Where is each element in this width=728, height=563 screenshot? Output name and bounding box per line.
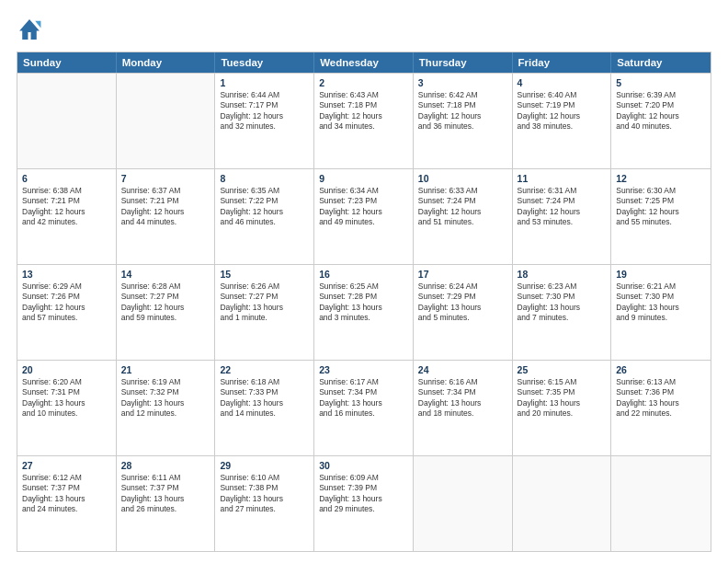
cal-cell-day-13: 13Sunrise: 6:29 AMSunset: 7:26 PMDayligh… [17,265,117,360]
cell-line: Daylight: 12 hours [616,207,706,217]
cal-cell-day-24: 24Sunrise: 6:16 AMSunset: 7:34 PMDayligh… [414,361,513,455]
day-number: 13 [22,269,111,280]
cal-cell-day-28: 28Sunrise: 6:11 AMSunset: 7:37 PMDayligh… [117,456,216,551]
cell-line: Daylight: 13 hours [616,398,706,408]
cal-cell-day-12: 12Sunrise: 6:30 AMSunset: 7:25 PMDayligh… [611,169,711,264]
cell-line: Daylight: 13 hours [616,303,706,313]
cell-line: Sunrise: 6:11 AM [121,473,210,483]
cell-line: Sunrise: 6:23 AM [518,282,607,292]
cell-line: Daylight: 12 hours [616,111,706,121]
cell-line: Sunset: 7:21 PM [22,196,111,206]
cell-line: and 26 minutes. [121,504,210,514]
cal-cell-day-3: 3Sunrise: 6:42 AMSunset: 7:18 PMDaylight… [414,74,513,168]
cell-line: Sunset: 7:18 PM [418,100,507,110]
cell-line: Sunset: 7:19 PM [518,100,607,110]
cell-line: and 46 minutes. [220,217,309,227]
cell-line: Daylight: 12 hours [418,111,507,121]
cal-cell-empty [513,456,612,551]
cell-line: and 51 minutes. [418,217,507,227]
cell-line: Sunset: 7:25 PM [616,196,706,206]
cal-cell-empty [117,74,216,168]
cal-header-monday: Monday [117,52,216,73]
cell-line: Sunrise: 6:40 AM [518,90,607,100]
cell-line: Sunset: 7:32 PM [121,387,210,397]
page: SundayMondayTuesdayWednesdayThursdayFrid… [0,0,728,563]
day-number: 14 [121,269,210,280]
cell-line: Sunrise: 6:24 AM [418,282,507,292]
cell-line: Sunset: 7:34 PM [319,387,408,397]
cell-line: Sunrise: 6:21 AM [616,282,706,292]
cell-line: Daylight: 13 hours [518,398,607,408]
cell-line: Daylight: 13 hours [22,494,111,504]
cell-line: Sunrise: 6:34 AM [319,186,408,196]
cell-line: Daylight: 12 hours [22,303,111,313]
cal-cell-day-5: 5Sunrise: 6:39 AMSunset: 7:20 PMDaylight… [611,74,711,168]
cell-line: Daylight: 12 hours [319,207,408,217]
cal-week-3: 13Sunrise: 6:29 AMSunset: 7:26 PMDayligh… [17,264,711,360]
cell-line: Sunset: 7:24 PM [518,196,607,206]
cell-line: and 27 minutes. [220,504,309,514]
cal-cell-day-17: 17Sunrise: 6:24 AMSunset: 7:29 PMDayligh… [414,265,513,360]
day-number: 2 [319,77,408,88]
cell-line: Daylight: 13 hours [319,494,408,504]
calendar-body: 1Sunrise: 6:44 AMSunset: 7:17 PMDaylight… [17,73,711,551]
cal-cell-day-22: 22Sunrise: 6:18 AMSunset: 7:33 PMDayligh… [215,361,314,455]
cal-header-sunday: Sunday [17,52,117,73]
cell-line: Daylight: 13 hours [220,398,309,408]
cell-line: Daylight: 13 hours [319,398,408,408]
cal-cell-day-4: 4Sunrise: 6:40 AMSunset: 7:19 PMDaylight… [513,74,612,168]
cell-line: Sunrise: 6:20 AM [22,377,111,387]
cal-header-wednesday: Wednesday [314,52,414,73]
cell-line: Sunrise: 6:17 AM [319,377,408,387]
cal-cell-day-10: 10Sunrise: 6:33 AMSunset: 7:24 PMDayligh… [414,169,513,264]
calendar-header-row: SundayMondayTuesdayWednesdayThursdayFrid… [17,52,711,73]
cell-line: Sunrise: 6:18 AM [220,377,309,387]
cell-line: Sunrise: 6:37 AM [121,186,210,196]
day-number: 10 [418,173,507,184]
day-number: 22 [220,364,309,375]
cell-line: and 16 minutes. [319,408,408,419]
cell-line: Sunrise: 6:39 AM [616,90,706,100]
day-number: 27 [22,460,111,471]
cal-cell-day-7: 7Sunrise: 6:37 AMSunset: 7:21 PMDaylight… [117,169,216,264]
cell-line: Sunrise: 6:30 AM [616,186,706,196]
cell-line: and 22 minutes. [616,408,706,419]
cell-line: and 1 minute. [220,313,309,323]
cell-line: Daylight: 13 hours [418,303,507,313]
cell-line: Sunset: 7:29 PM [418,292,507,302]
day-number: 17 [418,269,507,280]
cell-line: Sunrise: 6:42 AM [418,90,507,100]
cell-line: and 49 minutes. [319,217,408,227]
day-number: 19 [616,269,706,280]
cell-line: Daylight: 13 hours [319,303,408,313]
cal-cell-day-26: 26Sunrise: 6:13 AMSunset: 7:36 PMDayligh… [611,361,711,455]
day-number: 20 [22,364,111,375]
day-number: 24 [418,364,507,375]
cell-line: Sunrise: 6:10 AM [220,473,309,483]
cell-line: Sunrise: 6:09 AM [319,473,408,483]
cell-line: Sunset: 7:38 PM [220,483,309,493]
cal-cell-day-1: 1Sunrise: 6:44 AMSunset: 7:17 PMDaylight… [215,74,314,168]
day-number: 30 [319,460,408,471]
day-number: 5 [616,77,706,88]
day-number: 6 [22,173,111,184]
cell-line: Sunset: 7:36 PM [616,387,706,397]
header [17,17,711,42]
cal-cell-day-8: 8Sunrise: 6:35 AMSunset: 7:22 PMDaylight… [215,169,314,264]
cell-line: and 40 minutes. [616,121,706,132]
cal-cell-day-18: 18Sunrise: 6:23 AMSunset: 7:30 PMDayligh… [513,265,612,360]
cell-line: Sunset: 7:30 PM [518,292,607,302]
cell-line: Daylight: 13 hours [418,398,507,408]
cell-line: and 14 minutes. [220,408,309,419]
day-number: 1 [220,77,309,88]
cal-cell-day-14: 14Sunrise: 6:28 AMSunset: 7:27 PMDayligh… [117,265,216,360]
cell-line: Daylight: 12 hours [518,111,607,121]
cell-line: Sunset: 7:18 PM [319,100,408,110]
cell-line: Daylight: 13 hours [220,494,309,504]
cell-line: Sunset: 7:23 PM [319,196,408,206]
cell-line: Sunset: 7:20 PM [616,100,706,110]
cell-line: and 57 minutes. [22,313,111,323]
cell-line: Daylight: 13 hours [121,494,210,504]
cell-line: Sunrise: 6:44 AM [220,90,309,100]
cell-line: Sunrise: 6:35 AM [220,186,309,196]
